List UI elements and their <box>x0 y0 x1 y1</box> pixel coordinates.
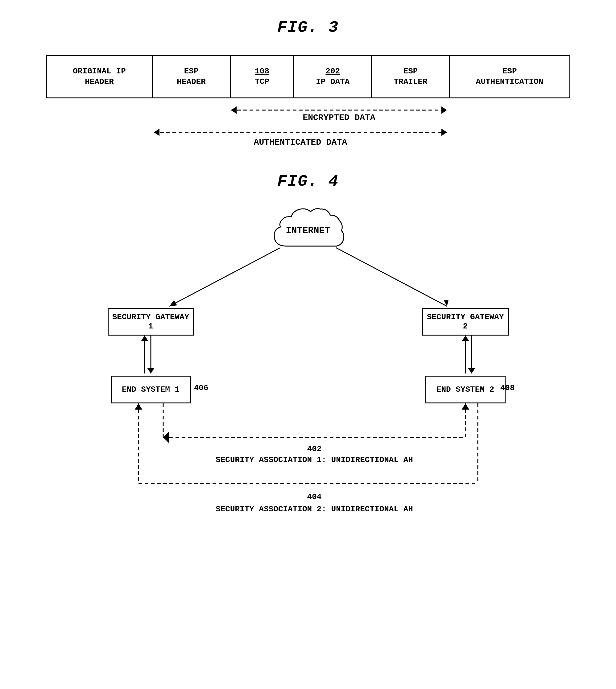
ref-406: 406 <box>194 383 208 393</box>
end-system-1-box: END SYSTEM 1 <box>111 376 191 403</box>
svg-marker-5 <box>154 129 159 136</box>
svg-text:AUTHENTICATED DATA: AUTHENTICATED DATA <box>254 137 347 147</box>
svg-line-10 <box>336 248 447 306</box>
svg-text:402: 402 <box>307 444 322 454</box>
svg-marker-17 <box>468 368 475 374</box>
fig3-title: FIG. 3 <box>0 0 616 37</box>
svg-marker-6 <box>441 129 447 136</box>
cell-esp-header: ESPHEADER <box>153 56 230 97</box>
end-system-2-box: END SYSTEM 2 <box>425 376 506 403</box>
cell-esp-authentication: ESPAUTHENTICATION <box>450 56 569 97</box>
svg-text:ENCRYPTED DATA: ENCRYPTED DATA <box>303 113 375 123</box>
svg-marker-13 <box>147 368 155 374</box>
svg-line-8 <box>169 248 280 306</box>
svg-text:404: 404 <box>307 492 322 502</box>
packet-diagram: ORIGINAL IPHEADER ESPHEADER 108TCP 202IP… <box>46 55 570 98</box>
ref-408: 408 <box>500 383 515 393</box>
fig4-title: FIG. 4 <box>0 172 616 191</box>
svg-marker-24 <box>163 432 169 443</box>
svg-marker-23 <box>462 403 469 409</box>
fig4-diagram: INTERNET SECURITY GATEWAY 1 SECURITY GAT… <box>46 191 570 607</box>
svg-text:SECURITY ASSOCIATION 2: UNIDIR: SECURITY ASSOCIATION 2: UNIDIRECTIONAL A… <box>216 505 413 514</box>
cell-ip-data: 202IP DATA <box>294 56 372 97</box>
security-gateway-2-box: SECURITY GATEWAY 2 <box>422 308 509 336</box>
cell-tcp: 108TCP <box>231 56 294 97</box>
svg-marker-2 <box>441 106 447 114</box>
security-gateway-1-box: SECURITY GATEWAY 1 <box>108 308 194 336</box>
fig3-arrows-svg: ENCRYPTED DATA AUTHENTICATED DATA <box>46 98 570 148</box>
fig3-arrows-area: ENCRYPTED DATA AUTHENTICATED DATA <box>46 98 570 148</box>
cell-original-ip-header: ORIGINAL IPHEADER <box>47 56 153 97</box>
svg-marker-1 <box>231 106 237 114</box>
svg-marker-31 <box>135 403 142 409</box>
cell-esp-trailer: ESPTRAILER <box>372 56 450 97</box>
svg-marker-19 <box>462 336 469 341</box>
svg-marker-15 <box>141 336 148 341</box>
svg-text:SECURITY ASSOCIATION 1: UNIDIR: SECURITY ASSOCIATION 1: UNIDIRECTIONAL A… <box>216 455 413 465</box>
